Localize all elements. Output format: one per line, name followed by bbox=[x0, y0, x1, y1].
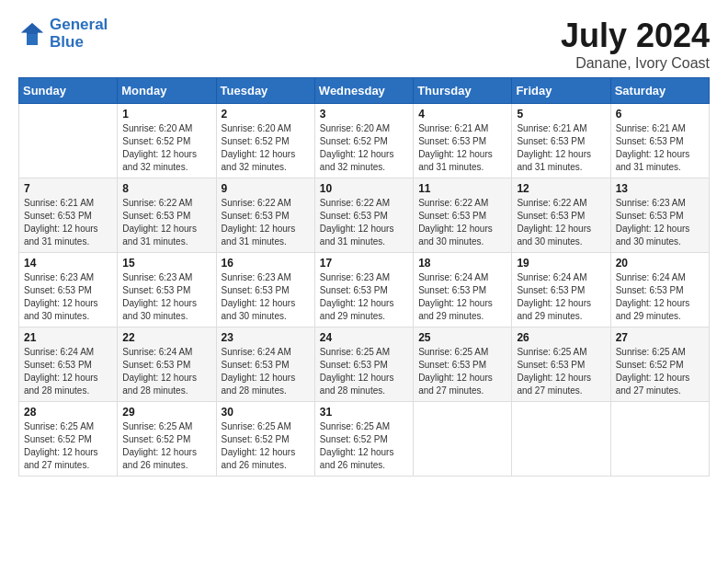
day-info: Sunrise: 6:24 AM Sunset: 6:53 PM Dayligh… bbox=[616, 271, 704, 323]
calendar-day-cell bbox=[512, 402, 610, 477]
day-info: Sunrise: 6:22 AM Sunset: 6:53 PM Dayligh… bbox=[517, 197, 605, 248]
calendar-table: SundayMondayTuesdayWednesdayThursdayFrid… bbox=[18, 77, 710, 477]
calendar-day-cell: 3Sunrise: 6:20 AM Sunset: 6:52 PM Daylig… bbox=[314, 104, 413, 178]
day-info: Sunrise: 6:20 AM Sunset: 6:52 PM Dayligh… bbox=[320, 122, 408, 174]
calendar-day-cell: 8Sunrise: 6:22 AM Sunset: 6:53 PM Daylig… bbox=[118, 178, 216, 253]
day-info: Sunrise: 6:21 AM Sunset: 6:53 PM Dayligh… bbox=[418, 122, 506, 174]
calendar-day-cell: 25Sunrise: 6:25 AM Sunset: 6:53 PM Dayli… bbox=[414, 327, 512, 402]
weekday-header: Monday bbox=[118, 78, 216, 104]
day-number: 12 bbox=[517, 182, 605, 195]
day-info: Sunrise: 6:21 AM Sunset: 6:53 PM Dayligh… bbox=[24, 197, 112, 248]
calendar-day-cell: 9Sunrise: 6:22 AM Sunset: 6:53 PM Daylig… bbox=[216, 178, 314, 253]
day-info: Sunrise: 6:24 AM Sunset: 6:53 PM Dayligh… bbox=[24, 346, 112, 397]
calendar-body: 1Sunrise: 6:20 AM Sunset: 6:52 PM Daylig… bbox=[19, 104, 710, 477]
calendar-day-cell: 24Sunrise: 6:25 AM Sunset: 6:53 PM Dayli… bbox=[314, 327, 413, 402]
day-number: 31 bbox=[320, 406, 408, 419]
day-number: 10 bbox=[320, 182, 408, 195]
day-info: Sunrise: 6:21 AM Sunset: 6:53 PM Dayligh… bbox=[517, 122, 605, 174]
day-number: 15 bbox=[122, 257, 210, 270]
day-number: 6 bbox=[616, 108, 704, 121]
day-number: 18 bbox=[418, 257, 506, 270]
day-info: Sunrise: 6:24 AM Sunset: 6:53 PM Dayligh… bbox=[517, 271, 605, 323]
calendar-day-cell: 12Sunrise: 6:22 AM Sunset: 6:53 PM Dayli… bbox=[512, 178, 610, 253]
calendar-day-cell bbox=[19, 104, 118, 178]
calendar-day-cell: 13Sunrise: 6:23 AM Sunset: 6:53 PM Dayli… bbox=[610, 178, 709, 253]
weekday-header: Saturday bbox=[610, 78, 709, 104]
day-number: 14 bbox=[24, 257, 112, 270]
day-info: Sunrise: 6:24 AM Sunset: 6:53 PM Dayligh… bbox=[418, 271, 506, 323]
day-number: 25 bbox=[418, 331, 506, 344]
day-number: 16 bbox=[222, 257, 310, 270]
calendar-day-cell: 26Sunrise: 6:25 AM Sunset: 6:53 PM Dayli… bbox=[512, 327, 610, 402]
day-info: Sunrise: 6:20 AM Sunset: 6:52 PM Dayligh… bbox=[122, 122, 210, 174]
day-info: Sunrise: 6:25 AM Sunset: 6:53 PM Dayligh… bbox=[517, 346, 605, 397]
weekday-header: Friday bbox=[512, 78, 610, 104]
calendar-week-row: 7Sunrise: 6:21 AM Sunset: 6:53 PM Daylig… bbox=[19, 178, 710, 253]
day-number: 24 bbox=[320, 331, 408, 344]
day-number: 3 bbox=[320, 108, 408, 121]
day-number: 29 bbox=[122, 406, 210, 419]
logo-icon bbox=[18, 20, 46, 48]
day-info: Sunrise: 6:22 AM Sunset: 6:53 PM Dayligh… bbox=[222, 197, 310, 248]
day-number: 23 bbox=[222, 331, 310, 344]
calendar-day-cell: 14Sunrise: 6:23 AM Sunset: 6:53 PM Dayli… bbox=[19, 253, 118, 327]
day-number: 30 bbox=[222, 406, 310, 419]
day-number: 19 bbox=[517, 257, 605, 270]
day-info: Sunrise: 6:23 AM Sunset: 6:53 PM Dayligh… bbox=[24, 271, 112, 323]
calendar-day-cell: 22Sunrise: 6:24 AM Sunset: 6:53 PM Dayli… bbox=[118, 327, 216, 402]
calendar-day-cell: 1Sunrise: 6:20 AM Sunset: 6:52 PM Daylig… bbox=[118, 104, 216, 178]
day-info: Sunrise: 6:25 AM Sunset: 6:53 PM Dayligh… bbox=[418, 346, 506, 397]
logo-text: General Blue bbox=[50, 17, 108, 51]
calendar-header-row: SundayMondayTuesdayWednesdayThursdayFrid… bbox=[19, 78, 710, 104]
day-info: Sunrise: 6:25 AM Sunset: 6:52 PM Dayligh… bbox=[24, 420, 112, 472]
calendar-week-row: 1Sunrise: 6:20 AM Sunset: 6:52 PM Daylig… bbox=[19, 104, 710, 178]
day-info: Sunrise: 6:21 AM Sunset: 6:53 PM Dayligh… bbox=[616, 122, 704, 174]
calendar-day-cell: 20Sunrise: 6:24 AM Sunset: 6:53 PM Dayli… bbox=[610, 253, 709, 327]
header: General Blue July 2024 Danane, Ivory Coa… bbox=[9, 9, 719, 77]
day-number: 22 bbox=[122, 331, 210, 344]
day-info: Sunrise: 6:24 AM Sunset: 6:53 PM Dayligh… bbox=[122, 346, 210, 397]
calendar-day-cell: 21Sunrise: 6:24 AM Sunset: 6:53 PM Dayli… bbox=[19, 327, 118, 402]
calendar-week-row: 28Sunrise: 6:25 AM Sunset: 6:52 PM Dayli… bbox=[19, 402, 710, 477]
svg-marker-1 bbox=[21, 23, 43, 34]
day-info: Sunrise: 6:23 AM Sunset: 6:53 PM Dayligh… bbox=[122, 271, 210, 323]
day-number: 13 bbox=[616, 182, 704, 195]
day-number: 21 bbox=[24, 331, 112, 344]
title-area: July 2024 Danane, Ivory Coast bbox=[561, 17, 710, 72]
calendar-day-cell: 19Sunrise: 6:24 AM Sunset: 6:53 PM Dayli… bbox=[512, 253, 610, 327]
day-number: 2 bbox=[222, 108, 310, 121]
calendar-day-cell: 16Sunrise: 6:23 AM Sunset: 6:53 PM Dayli… bbox=[216, 253, 314, 327]
calendar-day-cell bbox=[610, 402, 709, 477]
day-number: 17 bbox=[320, 257, 408, 270]
location-title: Danane, Ivory Coast bbox=[561, 55, 710, 72]
calendar-day-cell: 17Sunrise: 6:23 AM Sunset: 6:53 PM Dayli… bbox=[314, 253, 413, 327]
day-info: Sunrise: 6:25 AM Sunset: 6:52 PM Dayligh… bbox=[222, 420, 310, 472]
calendar-day-cell: 11Sunrise: 6:22 AM Sunset: 6:53 PM Dayli… bbox=[414, 178, 512, 253]
day-number: 11 bbox=[418, 182, 506, 195]
calendar-day-cell: 15Sunrise: 6:23 AM Sunset: 6:53 PM Dayli… bbox=[118, 253, 216, 327]
day-number: 1 bbox=[122, 108, 210, 121]
calendar-day-cell: 6Sunrise: 6:21 AM Sunset: 6:53 PM Daylig… bbox=[610, 104, 709, 178]
day-number: 4 bbox=[418, 108, 506, 121]
day-info: Sunrise: 6:23 AM Sunset: 6:53 PM Dayligh… bbox=[320, 271, 408, 323]
calendar-day-cell: 28Sunrise: 6:25 AM Sunset: 6:52 PM Dayli… bbox=[19, 402, 118, 477]
calendar-week-row: 21Sunrise: 6:24 AM Sunset: 6:53 PM Dayli… bbox=[19, 327, 710, 402]
day-info: Sunrise: 6:23 AM Sunset: 6:53 PM Dayligh… bbox=[616, 197, 704, 248]
day-number: 28 bbox=[24, 406, 112, 419]
day-info: Sunrise: 6:22 AM Sunset: 6:53 PM Dayligh… bbox=[418, 197, 506, 248]
weekday-header: Tuesday bbox=[216, 78, 314, 104]
calendar-day-cell: 2Sunrise: 6:20 AM Sunset: 6:52 PM Daylig… bbox=[216, 104, 314, 178]
weekday-header: Sunday bbox=[19, 78, 118, 104]
day-number: 7 bbox=[24, 182, 112, 195]
day-number: 26 bbox=[517, 331, 605, 344]
calendar-day-cell: 23Sunrise: 6:24 AM Sunset: 6:53 PM Dayli… bbox=[216, 327, 314, 402]
day-info: Sunrise: 6:23 AM Sunset: 6:53 PM Dayligh… bbox=[222, 271, 310, 323]
calendar-day-cell bbox=[414, 402, 512, 477]
day-number: 20 bbox=[616, 257, 704, 270]
month-title: July 2024 bbox=[561, 17, 710, 55]
day-number: 8 bbox=[122, 182, 210, 195]
day-info: Sunrise: 6:25 AM Sunset: 6:52 PM Dayligh… bbox=[122, 420, 210, 472]
calendar-day-cell: 30Sunrise: 6:25 AM Sunset: 6:52 PM Dayli… bbox=[216, 402, 314, 477]
calendar-day-cell: 31Sunrise: 6:25 AM Sunset: 6:52 PM Dayli… bbox=[314, 402, 413, 477]
day-info: Sunrise: 6:25 AM Sunset: 6:52 PM Dayligh… bbox=[616, 346, 704, 397]
